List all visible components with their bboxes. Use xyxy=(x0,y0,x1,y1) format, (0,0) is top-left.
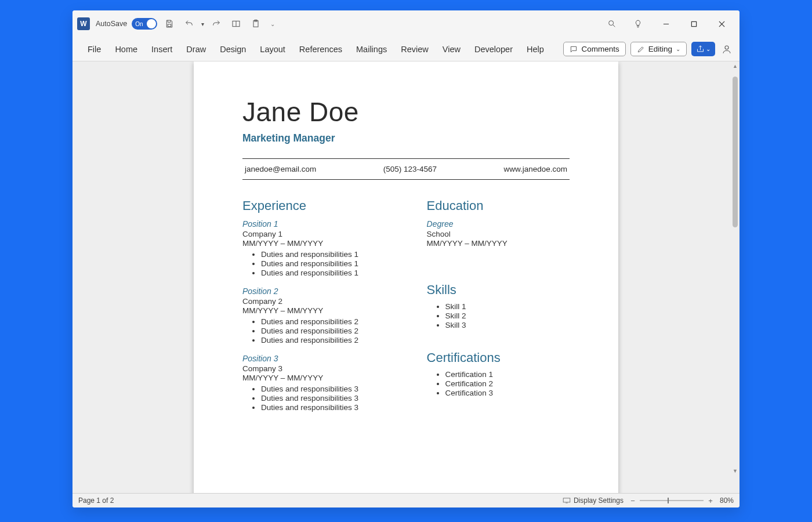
document-area[interactable]: Jane Doe Marketing Manager janedoe@email… xyxy=(72,61,740,493)
position-title[interactable]: Position 2 xyxy=(242,287,409,296)
scroll-down-icon[interactable]: ▼ xyxy=(732,467,738,474)
redo-button[interactable] xyxy=(209,16,224,31)
tab-home[interactable]: Home xyxy=(108,41,144,57)
maximize-button[interactable] xyxy=(680,14,707,33)
autosave-label: AutoSave xyxy=(96,20,127,28)
scroll-up-icon[interactable]: ▲ xyxy=(732,63,738,70)
duty-item[interactable]: Duties and responsibilities 1 xyxy=(261,259,409,268)
company-name[interactable]: Company 1 xyxy=(242,230,409,238)
svg-rect-0 xyxy=(168,24,171,27)
duty-item[interactable]: Duties and responsibilities 2 xyxy=(261,317,409,326)
undo-button[interactable] xyxy=(182,16,197,31)
svg-line-6 xyxy=(613,25,615,27)
cert-item[interactable]: Certification 2 xyxy=(445,379,570,388)
share-button[interactable]: ⌄ xyxy=(691,42,715,56)
word-window: W AutoSave On ▾ ⌄ xyxy=(72,10,740,507)
tab-developer[interactable]: Developer xyxy=(467,41,520,57)
skill-item[interactable]: Skill 3 xyxy=(445,321,570,329)
tab-design[interactable]: Design xyxy=(213,41,253,57)
contact-website[interactable]: www.janedoe.com xyxy=(503,165,567,173)
duty-item[interactable]: Duties and responsibilities 2 xyxy=(261,336,409,345)
close-button[interactable] xyxy=(708,14,735,33)
resume-name[interactable]: Jane Doe xyxy=(242,96,570,128)
cert-item[interactable]: Certification 3 xyxy=(445,389,570,397)
zoom-slider[interactable] xyxy=(640,500,704,501)
duty-item[interactable]: Duties and responsibilities 1 xyxy=(261,250,409,259)
editing-label: Editing xyxy=(648,45,672,53)
contact-email[interactable]: janedoe@email.com xyxy=(245,165,316,173)
search-button[interactable] xyxy=(600,19,624,28)
certifications-heading[interactable]: Certifications xyxy=(427,350,570,365)
chevron-down-icon: ⌄ xyxy=(706,46,710,52)
tab-references[interactable]: References xyxy=(292,41,349,57)
coauthoring-button[interactable] xyxy=(720,42,734,56)
duty-item[interactable]: Duties and responsibilities 3 xyxy=(261,403,409,412)
education-dates[interactable]: MM/YYYY – MM/YYYY xyxy=(427,239,570,248)
display-settings-button[interactable]: Display Settings xyxy=(563,496,624,505)
document-page[interactable]: Jane Doe Marketing Manager janedoe@email… xyxy=(194,61,618,493)
experience-heading[interactable]: Experience xyxy=(242,198,409,213)
tab-review[interactable]: Review xyxy=(394,41,436,57)
editing-mode-button[interactable]: Editing ⌄ xyxy=(630,42,687,56)
experience-item[interactable]: Position 2 Company 2 MM/YYYY – MM/YYYY D… xyxy=(242,287,409,345)
date-range[interactable]: MM/YYYY – MM/YYYY xyxy=(242,374,409,382)
tab-help[interactable]: Help xyxy=(520,41,551,57)
comments-button[interactable]: Comments xyxy=(563,42,625,56)
school-name[interactable]: School xyxy=(427,230,570,238)
svg-rect-8 xyxy=(691,21,696,26)
duty-item[interactable]: Duties and responsibilities 2 xyxy=(261,327,409,335)
tab-view[interactable]: View xyxy=(436,41,467,57)
tab-draw[interactable]: Draw xyxy=(179,41,213,57)
reading-view-button[interactable] xyxy=(229,16,244,31)
toggle-knob xyxy=(147,19,156,28)
company-name[interactable]: Company 3 xyxy=(242,364,409,373)
autosave-toggle[interactable]: On xyxy=(132,18,157,30)
vertical-scrollbar[interactable]: ▲ ▼ xyxy=(732,64,738,473)
qat-customize-icon[interactable]: ⌄ xyxy=(270,21,275,27)
skill-item[interactable]: Skill 2 xyxy=(445,311,570,320)
zoom-level[interactable]: 80% xyxy=(720,496,734,505)
scroll-thumb[interactable] xyxy=(733,77,738,227)
display-settings-label: Display Settings xyxy=(574,496,624,505)
save-button[interactable] xyxy=(162,16,177,31)
zoom-control[interactable]: − + xyxy=(629,496,714,505)
clipboard-button[interactable] xyxy=(248,16,263,31)
undo-dropdown-icon[interactable]: ▾ xyxy=(201,21,204,27)
duty-item[interactable]: Duties and responsibilities 1 xyxy=(261,269,409,277)
zoom-out-button[interactable]: − xyxy=(629,496,636,505)
experience-item[interactable]: Position 3 Company 3 MM/YYYY – MM/YYYY D… xyxy=(242,354,409,412)
tab-mailings[interactable]: Mailings xyxy=(349,41,394,57)
skill-item[interactable]: Skill 1 xyxy=(445,302,570,311)
date-range[interactable]: MM/YYYY – MM/YYYY xyxy=(242,239,409,248)
date-range[interactable]: MM/YYYY – MM/YYYY xyxy=(242,306,409,315)
duty-item[interactable]: Duties and responsibilities 3 xyxy=(261,394,409,403)
company-name[interactable]: Company 2 xyxy=(242,297,409,306)
cert-item[interactable]: Certification 1 xyxy=(445,370,570,379)
comments-label: Comments xyxy=(581,45,619,53)
position-title[interactable]: Position 1 xyxy=(242,219,409,229)
svg-rect-12 xyxy=(563,498,570,502)
contact-bar[interactable]: janedoe@email.com (505) 123-4567 www.jan… xyxy=(242,158,570,180)
experience-item[interactable]: Position 1 Company 1 MM/YYYY – MM/YYYY D… xyxy=(242,219,409,277)
svg-point-11 xyxy=(725,46,728,49)
chevron-down-icon: ⌄ xyxy=(676,46,680,52)
resume-title[interactable]: Marketing Manager xyxy=(242,132,570,144)
position-title[interactable]: Position 3 xyxy=(242,354,409,363)
tips-button[interactable] xyxy=(625,14,651,33)
page-indicator[interactable]: Page 1 of 2 xyxy=(78,496,114,505)
tab-layout[interactable]: Layout xyxy=(253,41,292,57)
duty-item[interactable]: Duties and responsibilities 3 xyxy=(261,385,409,393)
degree-title[interactable]: Degree xyxy=(427,219,570,229)
tab-file[interactable]: File xyxy=(81,41,108,57)
contact-phone[interactable]: (505) 123-4567 xyxy=(383,165,437,173)
zoom-in-button[interactable]: + xyxy=(707,496,714,505)
tab-insert[interactable]: Insert xyxy=(144,41,179,57)
titlebar: W AutoSave On ▾ ⌄ xyxy=(72,10,740,37)
skills-heading[interactable]: Skills xyxy=(427,282,570,298)
education-heading[interactable]: Education xyxy=(427,198,570,213)
autosave-state: On xyxy=(135,21,143,27)
status-bar: Page 1 of 2 Display Settings − + 80% xyxy=(72,493,740,507)
word-app-icon: W xyxy=(77,17,90,30)
svg-point-5 xyxy=(609,21,614,26)
minimize-button[interactable] xyxy=(652,14,679,33)
